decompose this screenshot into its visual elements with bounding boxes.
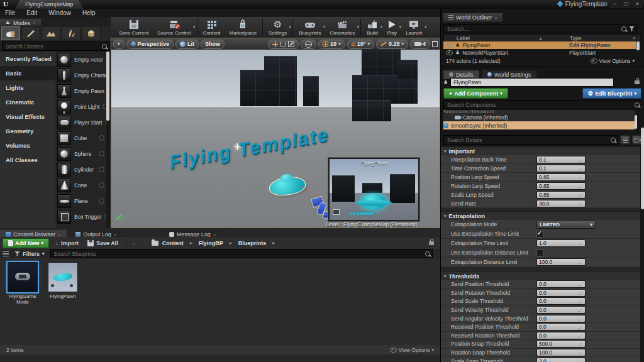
- modes-scrollbar[interactable]: [106, 52, 109, 228]
- number-field[interactable]: 0.0: [536, 280, 586, 288]
- cb-view-options[interactable]: View Options▾: [390, 347, 434, 353]
- search-details-field[interactable]: [443, 135, 618, 145]
- menu-item[interactable]: Edit: [26, 9, 37, 16]
- section-header-important[interactable]: Important: [441, 146, 640, 155]
- lock-icon[interactable]: [429, 241, 434, 245]
- drag-handle-icon[interactable]: [99, 151, 104, 156]
- number-field[interactable]: 0.0: [536, 315, 586, 322]
- camera-speed-control[interactable]: 4: [410, 40, 430, 49]
- outliner-view-options[interactable]: View Options▾: [591, 58, 640, 64]
- drag-dots-icon[interactable]: [579, 282, 583, 287]
- breadcrumb-blueprints[interactable]: Blueprints: [238, 240, 267, 246]
- drag-handle-icon[interactable]: [99, 198, 104, 204]
- blueprints-button[interactable]: Blueprints: [294, 17, 326, 38]
- settings-button[interactable]: ⚙ Settings: [264, 17, 291, 38]
- world-outliner-tab[interactable]: World Outliner×: [443, 13, 502, 22]
- dropdown-caret-icon[interactable]: [357, 25, 360, 30]
- drag-dots-icon[interactable]: [579, 341, 583, 346]
- back-arrow-icon[interactable]: ←: [131, 239, 138, 246]
- scene-cube[interactable]: [303, 76, 319, 106]
- drag-dots-icon[interactable]: [579, 192, 583, 197]
- category-item[interactable]: All Classes: [0, 153, 55, 167]
- mode-place-button[interactable]: [1, 26, 20, 40]
- drag-dots-icon[interactable]: [579, 201, 583, 206]
- show-button[interactable]: Show: [201, 40, 225, 49]
- drag-dots-icon[interactable]: [579, 184, 583, 189]
- placeable-item[interactable]: Empty Actor: [55, 52, 106, 67]
- number-field[interactable]: 100.0: [536, 349, 586, 356]
- dropdown-field[interactable]: LIMITED: [536, 221, 596, 229]
- maximize-button[interactable]: □: [621, 0, 631, 8]
- property-matrix-button[interactable]: [620, 135, 630, 145]
- details-scrollbar[interactable]: [641, 68, 644, 362]
- save-all-button[interactable]: Save All: [85, 240, 121, 246]
- dropdown-caret-icon[interactable]: [193, 25, 196, 30]
- search-components-field[interactable]: [443, 100, 642, 109]
- viewport-scene[interactable]: Flying Template FlyingPawn 70.999998 Lev…: [111, 50, 440, 228]
- placeable-item[interactable]: Cone: [55, 177, 106, 193]
- drag-dots-icon[interactable]: [579, 290, 583, 295]
- drag-dots-icon[interactable]: [579, 350, 583, 355]
- section-header-extrapolation[interactable]: Extrapolation: [441, 211, 640, 220]
- drag-dots-icon[interactable]: [579, 299, 583, 304]
- grid-snap-control[interactable]: 10▾: [318, 40, 345, 49]
- placeable-item[interactable]: Cube: [55, 130, 106, 146]
- viewport-options-button[interactable]: ▾: [113, 40, 125, 49]
- source-control-button[interactable]: Source Control: [153, 17, 195, 38]
- breadcrumb-content[interactable]: Content: [162, 240, 184, 246]
- component-row[interactable]: Camera (Inherited): [443, 113, 637, 121]
- add-component-button[interactable]: +Add Component▾: [443, 88, 508, 99]
- drag-dots-icon[interactable]: [579, 316, 583, 321]
- number-field[interactable]: 0.0: [536, 297, 586, 305]
- placeable-item[interactable]: Box Trigger: [55, 209, 106, 224]
- number-field[interactable]: 0.0: [536, 332, 586, 339]
- close-icon[interactable]: ×: [494, 15, 497, 21]
- menu-item[interactable]: Window: [48, 9, 71, 16]
- drag-dots-icon[interactable]: [579, 166, 583, 171]
- level-viewport[interactable]: ▾ Perspective Lit Show 10▾ △10°▾ 0.25▾ 4: [111, 38, 440, 228]
- drag-dots-icon[interactable]: [579, 359, 583, 362]
- maximize-viewport-icon[interactable]: [432, 41, 438, 47]
- actor-type-link[interactable]: Edit FlyingPawn: [569, 42, 611, 48]
- scene-cube[interactable]: [264, 56, 297, 106]
- mode-landscape-button[interactable]: [42, 26, 60, 40]
- outliner-search-input[interactable]: [446, 25, 621, 33]
- close-icon[interactable]: ×: [33, 20, 36, 26]
- move-tool-icon[interactable]: [272, 41, 278, 47]
- number-field[interactable]: 1.0: [536, 239, 586, 247]
- actor-type-link[interactable]: PlayerStart: [569, 50, 596, 56]
- placeable-item[interactable]: Point Light: [55, 99, 106, 114]
- breadcrumb-flyingbp[interactable]: FlyingBP: [199, 240, 223, 246]
- visibility-eye-icon[interactable]: [446, 50, 453, 55]
- sources-panel-icon[interactable]: [3, 251, 9, 256]
- placeable-item[interactable]: Cylinder: [55, 162, 106, 177]
- add-new-button[interactable]: Add New▾: [3, 238, 49, 248]
- number-field[interactable]: 100.0: [536, 258, 586, 266]
- category-item[interactable]: Lights: [0, 80, 55, 95]
- filter-icon[interactable]: [629, 26, 635, 31]
- number-field[interactable]: 0.85: [536, 191, 586, 199]
- search-classes-input[interactable]: [4, 43, 102, 50]
- outliner-row[interactable]: ♟ NetworkPlayerStart PlayerStart: [443, 49, 636, 57]
- marketplace-button[interactable]: U Marketplace: [225, 17, 262, 38]
- lock-icon[interactable]: [635, 80, 640, 84]
- drag-handle-icon[interactable]: [99, 182, 104, 188]
- scale-tool-icon[interactable]: [288, 41, 294, 47]
- dropdown-caret-icon[interactable]: [425, 25, 427, 30]
- scene-cube[interactable]: [352, 100, 391, 121]
- close-button[interactable]: ×: [632, 0, 643, 8]
- drag-dots-icon[interactable]: [579, 175, 583, 180]
- checkbox[interactable]: [536, 250, 543, 256]
- search-assets-input[interactable]: [53, 250, 425, 258]
- asset-tile[interactable]: FlyingGame Mode: [5, 262, 40, 305]
- drag-handle-icon[interactable]: [99, 135, 104, 141]
- drag-dots-icon[interactable]: [579, 324, 583, 329]
- placeable-item[interactable]: Player Start: [55, 114, 106, 130]
- number-field[interactable]: 0.1: [536, 165, 586, 172]
- scale-snap-control[interactable]: 0.25▾: [376, 40, 408, 49]
- mode-paint-button[interactable]: [21, 26, 40, 40]
- save-current-button[interactable]: Save Current: [114, 17, 153, 38]
- components-scrollbar[interactable]: [635, 110, 637, 134]
- menu-item[interactable]: Help: [82, 9, 96, 16]
- number-field[interactable]: 0.0: [536, 323, 586, 331]
